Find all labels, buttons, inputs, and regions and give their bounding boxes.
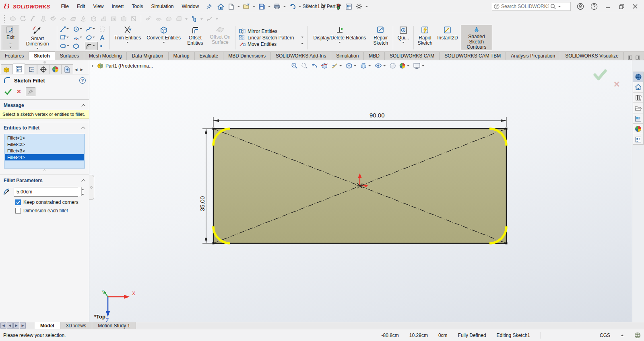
tab-sketch[interactable]: Sketch xyxy=(29,51,55,60)
select-button[interactable] xyxy=(318,2,328,11)
account-icon[interactable] xyxy=(575,2,586,11)
keep-corners-checkbox[interactable] xyxy=(15,199,21,205)
circle-dropdown[interactable] xyxy=(80,28,82,31)
offset-entities-button[interactable]: Offset Entities xyxy=(184,25,206,50)
home-button[interactable] xyxy=(216,2,225,11)
undo-button[interactable] xyxy=(287,2,297,11)
property-help-icon[interactable]: ? xyxy=(79,77,86,84)
configuration-manager-tab[interactable] xyxy=(25,64,37,74)
mirror-entities-button[interactable]: Mirror Entities xyxy=(237,29,305,34)
shaded-sketch-contours-button[interactable]: Shaded Sketch Contours xyxy=(461,25,492,50)
tab-mesh-modeling[interactable]: Mesh Modeling xyxy=(84,52,127,60)
restore-button[interactable] xyxy=(616,2,627,11)
rapid-sketch-button[interactable]: Rapid Sketch xyxy=(416,25,434,50)
solidworks-resources-button[interactable] xyxy=(633,72,644,82)
linear-sketch-pattern-button[interactable]: Linear Sketch Pattern xyxy=(237,35,305,41)
tab-analysis-preparation[interactable]: Analysis Preparation xyxy=(506,52,560,60)
options-list-button[interactable] xyxy=(344,2,353,11)
scroll-first-button[interactable]: ◀ xyxy=(0,323,6,329)
units-dropdown[interactable] xyxy=(621,333,624,336)
tab-mbd-dimensions[interactable]: MBD Dimensions xyxy=(223,52,271,60)
tab-simulation[interactable]: Simulation xyxy=(331,52,364,60)
spline-dropdown[interactable] xyxy=(93,28,95,31)
redo-dropdown[interactable] xyxy=(314,6,316,8)
linear-pattern-dropdown[interactable] xyxy=(301,37,303,39)
text-tool[interactable] xyxy=(99,33,108,42)
convert-entities-button[interactable]: Convert Entities xyxy=(144,25,183,50)
slot-dropdown[interactable] xyxy=(67,45,69,47)
scroll-next-button[interactable]: ▶ xyxy=(13,323,19,329)
arc-dropdown[interactable] xyxy=(80,37,82,39)
save-button[interactable] xyxy=(257,2,266,11)
scroll-prev-button[interactable]: ◀ xyxy=(7,323,13,329)
message-section-header[interactable]: Message xyxy=(0,100,89,110)
settings-gear-button[interactable] xyxy=(354,2,364,11)
display-manager-tab[interactable] xyxy=(49,64,61,74)
property-manager-tab[interactable] xyxy=(13,64,25,74)
print-button[interactable] xyxy=(272,2,282,11)
pin-menu-icon[interactable] xyxy=(206,4,212,9)
ellipse-dropdown[interactable] xyxy=(93,37,95,39)
menu-window[interactable]: Window xyxy=(178,2,202,11)
slot-tool[interactable] xyxy=(59,42,72,50)
save-dropdown[interactable] xyxy=(268,6,270,8)
rebuild-button[interactable] xyxy=(333,2,343,11)
menu-simulation[interactable]: Simulation xyxy=(147,2,177,11)
reference-geometry-dropdown[interactable] xyxy=(200,18,203,21)
ok-button[interactable] xyxy=(4,88,12,95)
polygon-tool[interactable] xyxy=(72,42,85,50)
menu-edit[interactable]: Edit xyxy=(73,2,89,11)
keep-visible-pin-button[interactable] xyxy=(26,87,35,96)
search-input[interactable] xyxy=(501,4,549,9)
open-dropdown[interactable] xyxy=(253,6,255,8)
undo-dropdown[interactable] xyxy=(299,6,301,8)
panel-width-grip[interactable] xyxy=(89,175,94,200)
scroll-last-button[interactable]: ▶ xyxy=(20,323,26,329)
tab-solidworks-addins[interactable]: SOLIDWORKS Add-Ins xyxy=(271,52,331,60)
entities-section-header[interactable]: Entities to Fillet xyxy=(0,122,89,132)
entities-collapse-icon[interactable] xyxy=(81,126,85,130)
spline-tool[interactable] xyxy=(85,25,98,33)
dimxpert-manager-tab[interactable] xyxy=(37,64,49,74)
view-palette-button[interactable] xyxy=(633,113,644,124)
status-units[interactable]: CGS xyxy=(600,333,610,338)
width-dimension[interactable]: 90.00 xyxy=(369,112,385,119)
graphics-viewport[interactable]: Part1 (Predetermina... × xyxy=(89,60,632,322)
arc-tool[interactable] xyxy=(72,33,85,42)
height-dimension[interactable]: 35.00 xyxy=(199,192,206,216)
tab-markup[interactable]: Markup xyxy=(169,52,195,60)
cancel-button[interactable]: × xyxy=(17,88,21,95)
toolbar-drag-handle[interactable] xyxy=(4,15,6,23)
repair-sketch-button[interactable]: Repair Sketch xyxy=(371,25,391,50)
fillet-list-item[interactable]: Fillet<3> xyxy=(5,148,84,154)
params-collapse-icon[interactable] xyxy=(81,179,85,183)
tab-evaluate[interactable]: Evaluate xyxy=(195,52,224,60)
menu-view[interactable]: View xyxy=(90,2,107,11)
help-icon[interactable] xyxy=(588,2,600,11)
tab-solidworks-visualize[interactable]: SOLIDWORKS Visualize xyxy=(560,52,624,60)
line-dropdown[interactable] xyxy=(66,28,69,31)
minimize-button[interactable] xyxy=(602,2,613,11)
3d-views-tab[interactable]: 3D Views xyxy=(60,322,92,329)
cam-tree-tab[interactable] xyxy=(61,64,73,74)
tab-surfaces[interactable]: Surfaces xyxy=(55,52,84,60)
curves-dropdown[interactable] xyxy=(216,18,218,21)
exit-sketch-button[interactable]: Exit ... xyxy=(2,25,19,50)
motion-study-tab[interactable]: Motion Study 1 xyxy=(92,322,136,329)
design-library-button[interactable] xyxy=(633,92,644,103)
open-button[interactable] xyxy=(242,2,251,11)
search-dropdown[interactable] xyxy=(558,6,561,8)
point-tool[interactable] xyxy=(99,42,108,50)
fillet-list-item[interactable]: Fillet<1> xyxy=(5,135,84,141)
trim-entities-button[interactable]: Trim Entities xyxy=(112,25,143,50)
appearances-scenes-button[interactable] xyxy=(633,124,644,134)
smart-dimension-dropdown[interactable] xyxy=(36,48,39,50)
move-entities-dropdown[interactable] xyxy=(301,43,303,45)
new-document-dropdown[interactable] xyxy=(237,6,240,8)
feature-manager-tab[interactable] xyxy=(1,64,13,74)
listbox-resize-handle[interactable] xyxy=(0,169,89,171)
circle-tool[interactable] xyxy=(72,25,85,33)
fillet-group-dropdown[interactable] xyxy=(185,18,188,21)
line-tool[interactable] xyxy=(59,25,72,33)
menu-insert[interactable]: Insert xyxy=(108,2,127,11)
